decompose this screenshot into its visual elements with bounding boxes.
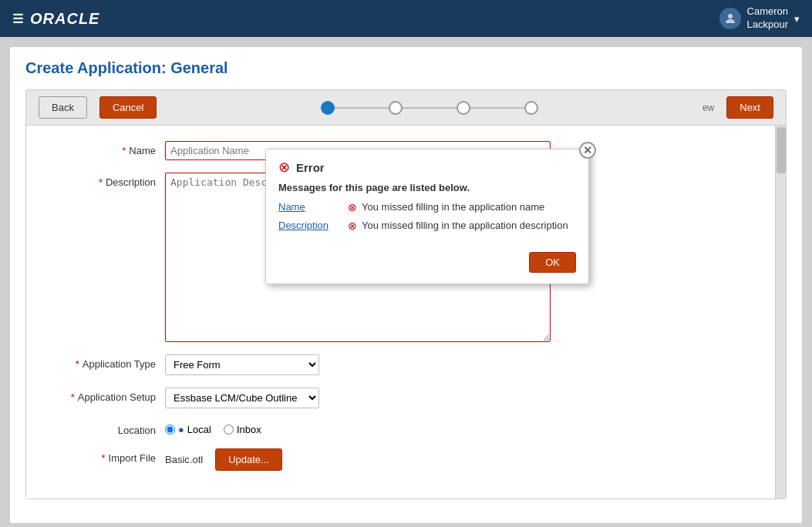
- error-name-message: You missed filling in the application na…: [362, 201, 544, 213]
- cancel-button[interactable]: Cancel: [99, 96, 157, 119]
- error-name-link[interactable]: Name: [278, 201, 340, 213]
- main-content: Create Application: General Back Cancel: [9, 46, 803, 524]
- oracle-logo: ☰ ORACLE: [12, 10, 99, 28]
- svg-point-0: [728, 14, 733, 18]
- header: ☰ ORACLE CameronLackpour ▾: [0, 0, 812, 37]
- oracle-text: ORACLE: [30, 10, 99, 28]
- dialog-subtitle: Messages for this page are listed below.: [266, 182, 588, 201]
- wizard-container: Back Cancel ew Next: [25, 89, 787, 499]
- dialog-close-button[interactable]: ✕: [579, 142, 596, 159]
- user-dropdown-icon: ▾: [794, 13, 800, 25]
- step-4: [524, 101, 538, 115]
- error-name-icon: ⊗: [348, 201, 357, 213]
- error-item-name: Name ⊗ You missed filling in the applica…: [278, 201, 576, 213]
- dialog-title: Error: [296, 161, 325, 174]
- page-title: Create Application: General: [25, 59, 787, 77]
- error-description-icon: ⊗: [348, 220, 357, 232]
- dialog-header: ⊗ Error: [266, 149, 588, 182]
- close-icon: ✕: [583, 144, 592, 156]
- error-list: Name ⊗ You missed filling in the applica…: [266, 201, 588, 246]
- error-description-link[interactable]: Description: [278, 220, 340, 231]
- step-2: [389, 101, 403, 115]
- user-menu[interactable]: CameronLackpour ▾: [719, 5, 800, 32]
- step-label: ew: [702, 102, 714, 113]
- error-description-message: You missed filling in the application de…: [362, 220, 568, 231]
- menu-icon[interactable]: ☰: [12, 12, 24, 26]
- back-button[interactable]: Back: [39, 96, 87, 119]
- step-1: [321, 101, 335, 115]
- ok-button[interactable]: OK: [529, 252, 576, 273]
- error-dialog-overlay: ✕ ⊗ Error Messages for this page are lis…: [26, 126, 786, 498]
- user-name: CameronLackpour: [747, 5, 788, 32]
- error-dialog: ✕ ⊗ Error Messages for this page are lis…: [265, 149, 589, 284]
- dialog-footer: OK: [266, 246, 588, 284]
- step-3: [457, 101, 470, 115]
- user-avatar: [719, 8, 741, 29]
- next-button[interactable]: Next: [726, 96, 773, 119]
- error-item-description: Description ⊗ You missed filling in the …: [278, 220, 576, 232]
- error-header-icon: ⊗: [278, 159, 290, 176]
